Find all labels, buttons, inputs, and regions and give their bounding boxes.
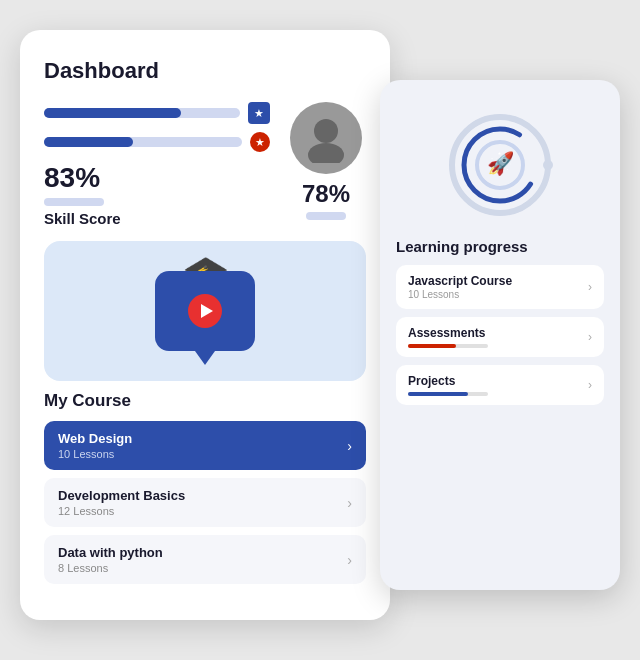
progress-item-left-0: Javascript Course 10 Lessons <box>408 274 512 300</box>
progress-item-name-1: Assessments <box>408 326 488 340</box>
stat-left-pct: 83% <box>44 162 121 194</box>
circular-area: 🚀 <box>396 100 604 230</box>
stat-right-sub <box>306 212 346 220</box>
dashboard-title: Dashboard <box>44 58 366 84</box>
star-icon-1: ★ <box>254 107 264 120</box>
chevron-icon-0: › <box>347 438 352 454</box>
course-illustration: 🎓 <box>44 241 366 381</box>
bar-fill-1 <box>44 108 181 118</box>
course-lessons-0: 10 Lessons <box>58 448 132 460</box>
svg-point-4 <box>543 160 553 170</box>
progress-bar-fill-2 <box>408 392 468 396</box>
circular-svg: 🚀 <box>445 110 555 220</box>
speech-bubble <box>155 271 255 351</box>
avatar-svg <box>301 113 351 163</box>
progress-item-0[interactable]: Javascript Course 10 Lessons › <box>396 265 604 309</box>
course-lessons-1: 12 Lessons <box>58 505 185 517</box>
chevron-sm-icon-1: › <box>588 330 592 344</box>
chevron-icon-1: › <box>347 495 352 511</box>
course-item-2[interactable]: Data with python 8 Lessons › <box>44 535 366 584</box>
bar-row-1: ★ <box>44 102 270 124</box>
badge-star-2: ★ <box>250 132 270 152</box>
progress-bar-mini-1 <box>408 344 488 348</box>
right-card: 🚀 Learning progress Javascript Course 10… <box>380 80 620 590</box>
course-item-1[interactable]: Development Basics 12 Lessons › <box>44 478 366 527</box>
chevron-sm-icon-2: › <box>588 378 592 392</box>
main-card: Dashboard ★ ★ <box>20 30 390 620</box>
course-item-0[interactable]: Web Design 10 Lessons › <box>44 421 366 470</box>
bar-row-2: ★ <box>44 132 270 152</box>
stat-right-pct: 78% <box>302 180 350 208</box>
circular-progress: 🚀 <box>445 110 555 220</box>
badge-star-1: ★ <box>248 102 270 124</box>
course-name-2: Data with python <box>58 545 163 560</box>
chevron-icon-2: › <box>347 552 352 568</box>
progress-item-name-0: Javascript Course <box>408 274 512 288</box>
progress-item-left-2: Projects <box>408 374 488 396</box>
play-button[interactable] <box>188 294 222 328</box>
course-name-1: Development Basics <box>58 488 185 503</box>
stat-left: 83% Skill Score <box>44 162 121 227</box>
svg-text:🚀: 🚀 <box>487 150 515 177</box>
progress-item-2[interactable]: Projects › <box>396 365 604 405</box>
course-info-1: Development Basics 12 Lessons <box>58 488 185 517</box>
svg-point-0 <box>314 119 338 143</box>
progress-item-sub-0: 10 Lessons <box>408 289 512 300</box>
bar-track-1 <box>44 108 240 118</box>
course-info-2: Data with python 8 Lessons <box>58 545 163 574</box>
star-icon-2: ★ <box>255 136 265 149</box>
stat-left-sub <box>44 198 104 206</box>
progress-bar-mini-2 <box>408 392 488 396</box>
bar-fill-2 <box>44 137 133 147</box>
avatar-area: 78% <box>286 102 366 227</box>
stats-row: 83% Skill Score <box>44 162 270 227</box>
progress-item-left-1: Assessments <box>408 326 488 348</box>
course-lessons-2: 8 Lessons <box>58 562 163 574</box>
progress-bar-fill-1 <box>408 344 456 348</box>
avatar <box>290 102 362 174</box>
skill-label: Skill Score <box>44 210 121 227</box>
svg-point-1 <box>308 143 344 163</box>
scene: Dashboard ★ ★ <box>20 20 620 640</box>
course-info-0: Web Design 10 Lessons <box>58 431 132 460</box>
my-course-label: My Course <box>44 391 366 411</box>
chevron-sm-icon-0: › <box>588 280 592 294</box>
progress-item-1[interactable]: Assessments › <box>396 317 604 357</box>
learning-progress-label: Learning progress <box>396 238 604 255</box>
course-name-0: Web Design <box>58 431 132 446</box>
progress-item-name-2: Projects <box>408 374 488 388</box>
progress-bars: ★ ★ 83% Skill Score <box>44 102 270 227</box>
top-section: ★ ★ 83% Skill Score <box>44 102 366 227</box>
bar-track-2 <box>44 137 242 147</box>
play-triangle-icon <box>201 304 213 318</box>
